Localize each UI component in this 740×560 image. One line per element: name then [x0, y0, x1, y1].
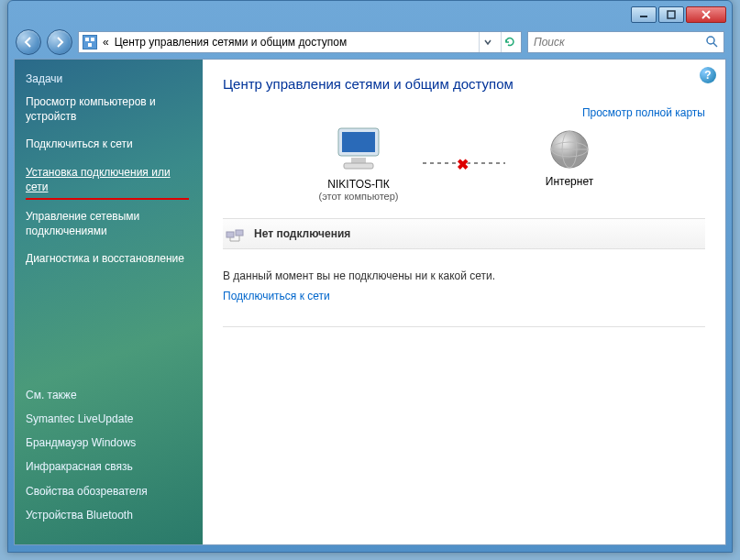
svg-line-6 — [713, 43, 717, 47]
sidebar-item-symantec[interactable]: Symantec LiveUpdate — [26, 412, 192, 426]
sidebar-item-firewall[interactable]: Брандмауэр Windows — [26, 435, 192, 450]
computer-icon — [333, 125, 384, 174]
back-button[interactable] — [16, 29, 41, 55]
search-icon[interactable] — [705, 35, 718, 50]
address-bar[interactable]: « Центр управления сетями и общим доступ… — [78, 31, 522, 53]
sidebar-heading: Задачи — [26, 72, 192, 85]
sidebar-item-infrared[interactable]: Инфракрасная связь — [26, 459, 192, 474]
section-divider — [223, 326, 705, 327]
svg-rect-2 — [85, 38, 89, 41]
internet-label: Интернет — [546, 175, 593, 188]
sidebar-item-diagnose[interactable]: Диагностика и восстановление — [26, 251, 192, 266]
svg-rect-8 — [342, 132, 375, 152]
refresh-icon — [503, 36, 516, 49]
close-icon — [701, 10, 712, 19]
svg-rect-16 — [236, 230, 243, 236]
svg-rect-0 — [640, 16, 647, 17]
sidebar-item-view-computers[interactable]: Просмотр компьютеров и устройств — [26, 94, 192, 124]
chevron-down-icon — [484, 38, 491, 46]
minimize-button[interactable] — [631, 6, 657, 23]
page-title: Центр управления сетями и общим доступом — [223, 76, 705, 92]
breadcrumb: Центр управления сетями и общим доступом — [115, 36, 473, 49]
control-panel-window: « Центр управления сетями и общим доступ… — [7, 0, 733, 553]
this-computer-label: NIKITOS-ПК — [327, 178, 389, 191]
view-full-map-link[interactable]: Просмотр полной карты — [223, 106, 705, 119]
no-connection-message: В данный момент вы не подключены ни к ка… — [223, 269, 705, 282]
svg-rect-3 — [91, 38, 94, 41]
address-dropdown-button[interactable] — [479, 32, 495, 52]
this-computer-node: NIKITOS-ПК (этот компьютер) — [294, 125, 423, 202]
close-button[interactable] — [686, 6, 726, 23]
help-button[interactable]: ? — [700, 67, 716, 83]
search-bar[interactable] — [527, 31, 724, 53]
svg-point-5 — [707, 37, 714, 44]
svg-rect-9 — [351, 158, 366, 163]
sidebar-item-browser-props[interactable]: Свойства обозревателя — [26, 484, 192, 499]
maximize-icon — [667, 10, 676, 19]
refresh-button[interactable] — [501, 32, 517, 52]
sidebar-item-manage-connections[interactable]: Управление сетевыми подключениями — [26, 209, 192, 238]
this-computer-sublabel: (этот компьютер) — [318, 191, 398, 202]
svg-rect-1 — [668, 11, 675, 18]
svg-rect-4 — [88, 43, 92, 47]
nav-row: « Центр управления сетями и общим доступ… — [14, 28, 726, 56]
disconnected-x-icon: ✖ — [457, 156, 471, 170]
svg-rect-15 — [226, 232, 234, 237]
main-panel: ? Центр управления сетями и общим доступ… — [203, 60, 725, 544]
svg-rect-10 — [344, 163, 373, 169]
red-underline-highlight — [26, 198, 189, 200]
content-frame: Задачи Просмотр компьютеров и устройств … — [14, 59, 726, 545]
titlebar — [14, 6, 726, 25]
minimize-icon — [639, 10, 648, 19]
connect-to-network-link[interactable]: Подключиться к сети — [223, 290, 705, 302]
search-input[interactable] — [534, 36, 705, 49]
arrow-left-icon — [22, 36, 35, 49]
network-status-icon — [225, 225, 245, 243]
globe-icon — [547, 127, 591, 171]
sidebar-see-also-heading: См. также — [26, 388, 192, 402]
sidebar-item-connect-network[interactable]: Подключиться к сети — [26, 137, 192, 151]
status-row: Нет подключения — [223, 218, 705, 249]
sidebar-item-setup-connection[interactable]: Установка подключения или сети — [26, 165, 192, 194]
arrow-right-icon — [53, 36, 66, 49]
sidebar: Задачи Просмотр компьютеров и устройств … — [15, 60, 203, 544]
forward-button[interactable] — [47, 29, 72, 55]
status-text: Нет подключения — [254, 227, 350, 240]
breadcrumb-prefix: « — [103, 36, 109, 49]
maximize-button[interactable] — [658, 6, 684, 23]
internet-node: Интернет — [505, 127, 634, 199]
network-center-icon — [83, 35, 97, 49]
connection-line: ✖ — [423, 162, 505, 164]
sidebar-item-bluetooth[interactable]: Устройства Bluetooth — [26, 508, 192, 522]
network-diagram: NIKITOS-ПК (этот компьютер) ✖ Интернет — [223, 125, 705, 202]
